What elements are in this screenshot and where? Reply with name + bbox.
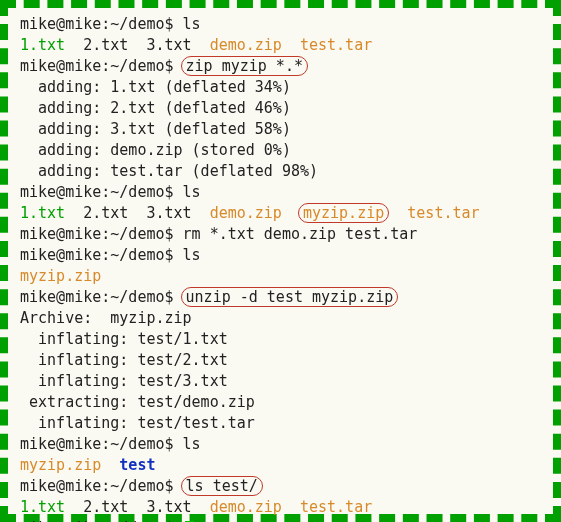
file-1txt: 1.txt bbox=[20, 36, 65, 54]
zip-output: adding: 3.txt (deflated 58%) bbox=[20, 119, 541, 140]
unzip-output: Archive: myzip.zip bbox=[20, 308, 541, 329]
highlight-lstest-command: ls test/ bbox=[181, 476, 263, 496]
file-1txt: 1.txt bbox=[20, 498, 65, 516]
file-2txt: 2.txt bbox=[83, 498, 128, 516]
prompt: mike@mike:~/demo$ bbox=[20, 435, 174, 453]
term-line-ls2-out: 1.txt 2.txt 3.txt demo.zip myzip.zip tes… bbox=[20, 203, 541, 224]
file-1txt: 1.txt bbox=[20, 204, 65, 222]
term-line-ls3-out: myzip.zip bbox=[20, 266, 541, 287]
terminal-frame: mike@mike:~/demo$ ls 1.txt 2.txt 3.txt d… bbox=[0, 0, 561, 522]
prompt: mike@mike:~/demo$ bbox=[20, 57, 174, 75]
file-3txt: 3.txt bbox=[146, 204, 191, 222]
prompt: mike@mike:~/demo$ bbox=[20, 288, 174, 306]
zip-output: adding: 1.txt (deflated 34%) bbox=[20, 77, 541, 98]
zip-output: adding: demo.zip (stored 0%) bbox=[20, 140, 541, 161]
file-2txt: 2.txt bbox=[83, 36, 128, 54]
command-text: ls bbox=[183, 246, 201, 264]
file-myzip: myzip.zip bbox=[20, 456, 101, 474]
prompt: mike@mike:~/demo$ bbox=[20, 15, 174, 33]
term-line-cmd-ls1: mike@mike:~/demo$ ls bbox=[20, 14, 541, 35]
unzip-output: inflating: test/test.tar bbox=[20, 413, 541, 434]
unzip-output: extracting: test/demo.zip bbox=[20, 392, 541, 413]
file-demozip: demo.zip bbox=[210, 36, 282, 54]
highlight-unzip-command: unzip -d test myzip.zip bbox=[181, 287, 399, 307]
term-line-ls5-out: 1.txt 2.txt 3.txt demo.zip test.tar bbox=[20, 497, 541, 518]
file-3txt: 3.txt bbox=[146, 498, 191, 516]
file-demozip: demo.zip bbox=[210, 204, 282, 222]
file-3txt: 3.txt bbox=[146, 36, 191, 54]
file-testtar: test.tar bbox=[300, 36, 372, 54]
file-2txt: 2.txt bbox=[83, 204, 128, 222]
term-line-cmd-ls2: mike@mike:~/demo$ ls bbox=[20, 182, 541, 203]
term-line-cmd-rm: mike@mike:~/demo$ rm *.txt demo.zip test… bbox=[20, 224, 541, 245]
prompt: mike@mike:~/demo$ bbox=[20, 246, 174, 264]
file-testtar: test.tar bbox=[300, 498, 372, 516]
unzip-output: inflating: test/3.txt bbox=[20, 371, 541, 392]
prompt: mike@mike:~/demo$ bbox=[20, 183, 174, 201]
prompt: mike@mike:~/demo$ bbox=[20, 225, 174, 243]
command-text: ls bbox=[183, 183, 201, 201]
term-line-cmd-unzip: mike@mike:~/demo$ unzip -d test myzip.zi… bbox=[20, 287, 541, 308]
command-text: rm *.txt demo.zip test.tar bbox=[183, 225, 418, 243]
zip-output: adding: test.tar (deflated 98%) bbox=[20, 161, 541, 182]
term-line-cmd-lstest: mike@mike:~/demo$ ls test/ bbox=[20, 476, 541, 497]
term-line-ls1-out: 1.txt 2.txt 3.txt demo.zip test.tar bbox=[20, 35, 541, 56]
term-line-cmd-zip: mike@mike:~/demo$ zip myzip *.* bbox=[20, 56, 541, 77]
term-line-cmd-ls3: mike@mike:~/demo$ ls bbox=[20, 245, 541, 266]
term-line-cmd-ls4: mike@mike:~/demo$ ls bbox=[20, 434, 541, 455]
file-testtar: test.tar bbox=[407, 204, 479, 222]
unzip-output: inflating: test/2.txt bbox=[20, 350, 541, 371]
dir-test: test bbox=[119, 456, 155, 474]
unzip-output: inflating: test/1.txt bbox=[20, 329, 541, 350]
zip-output: adding: 2.txt (deflated 46%) bbox=[20, 98, 541, 119]
command-text: ls bbox=[183, 15, 201, 33]
highlight-zip-command: zip myzip *.* bbox=[181, 56, 308, 76]
highlight-myzip: myzip.zip bbox=[298, 203, 389, 223]
term-line-ls4-out: myzip.zip test bbox=[20, 455, 541, 476]
term-line-active-prompt[interactable]: mike@mike:~/demo$ bbox=[20, 518, 541, 522]
file-myzip: myzip.zip bbox=[20, 267, 101, 285]
command-text: ls bbox=[183, 435, 201, 453]
prompt: mike@mike:~/demo$ bbox=[20, 477, 174, 495]
file-demozip: demo.zip bbox=[210, 498, 282, 516]
